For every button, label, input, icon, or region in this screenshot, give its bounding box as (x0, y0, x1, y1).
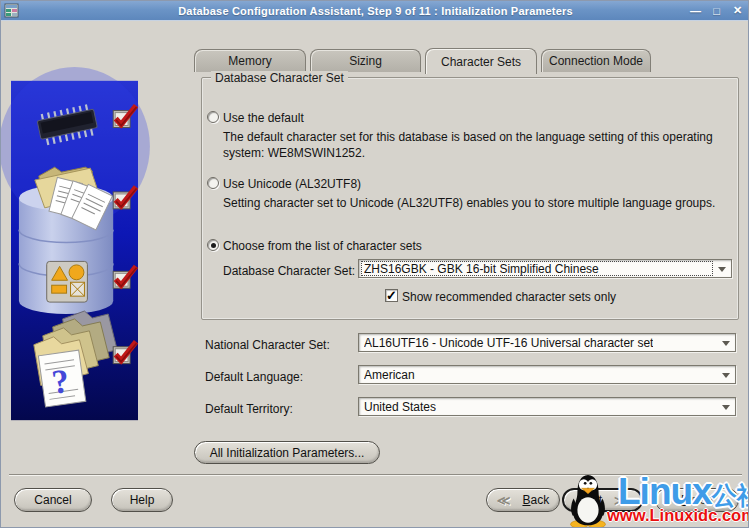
chevron-down-icon[interactable] (722, 373, 730, 378)
finish-button[interactable]: Finish (655, 488, 739, 512)
show-recommended-label[interactable]: Show recommended character sets only (402, 290, 616, 304)
show-recommended-checkbox[interactable]: ✓ (385, 289, 398, 302)
radio-choose-from-list-label[interactable]: Choose from the list of character sets (223, 239, 422, 253)
use-unicode-description: Setting character set to Unicode (AL32UT… (223, 195, 731, 211)
national-charset-value: AL16UTF16 - Unicode UTF-16 Universal cha… (364, 336, 653, 350)
back-button[interactable]: ≪ Back (486, 488, 560, 512)
radio-use-unicode[interactable] (207, 177, 219, 189)
group-title: Database Character Set (211, 71, 348, 85)
default-territory-dropdown[interactable]: United States (358, 397, 736, 416)
db-charset-value: ZHS16GBK - GBK 16-bit Simplified Chinese (364, 262, 599, 276)
default-language-value: American (364, 368, 415, 382)
chevron-down-icon[interactable] (722, 405, 730, 410)
tab-connection-mode[interactable]: Connection Mode (541, 49, 651, 72)
titlebar: Database Configuration Assistant, Step 9… (1, 1, 749, 21)
maximize-icon[interactable]: □ (709, 3, 724, 18)
shapes-panel-icon (47, 261, 88, 302)
default-language-dropdown[interactable]: American (358, 365, 736, 384)
default-territory-label: Default Territory: (205, 402, 293, 416)
radio-use-unicode-label[interactable]: Use Unicode (AL32UTF8) (223, 177, 361, 191)
double-chevron-right-icon: ≫ (614, 493, 628, 508)
national-charset-label: National Character Set: (205, 338, 330, 352)
minimize-icon[interactable]: — (688, 3, 703, 18)
radio-use-default-label[interactable]: Use the default (223, 111, 304, 125)
dbca-window: Database Configuration Assistant, Step 9… (0, 0, 749, 528)
chevron-down-icon[interactable] (722, 341, 730, 346)
window-title: Database Configuration Assistant, Step 9… (1, 5, 749, 17)
cancel-button[interactable]: Cancel (14, 488, 92, 512)
all-initialization-parameters-button[interactable]: All Initialization Parameters... (194, 441, 380, 464)
window-controls: — □ ✕ (688, 3, 745, 18)
db-charset-dropdown[interactable]: ZHS16GBK - GBK 16-bit Simplified Chinese (358, 259, 732, 278)
db-charset-label: Database Character Set: (223, 264, 355, 278)
national-charset-dropdown[interactable]: AL16UTF16 - Unicode UTF-16 Universal cha… (358, 333, 736, 352)
radio-choose-from-list[interactable] (207, 239, 219, 251)
double-chevron-left-icon: ≪ (497, 493, 511, 508)
footer-separator (9, 474, 742, 476)
use-default-description: The default character set for this datab… (223, 129, 731, 161)
default-language-label: Default Language: (205, 370, 303, 384)
chevron-down-icon[interactable] (718, 267, 726, 272)
application-icon (4, 3, 20, 19)
help-button[interactable]: Help (111, 488, 173, 512)
close-icon[interactable]: ✕ (730, 3, 745, 18)
wizard-sidebar-graphic: ? (11, 80, 138, 421)
default-territory-value: United States (364, 400, 436, 414)
tab-character-sets[interactable]: Character Sets (425, 48, 537, 74)
radio-use-default[interactable] (207, 111, 219, 123)
next-button[interactable]: Next ≫ (562, 488, 643, 512)
tab-memory[interactable]: Memory (194, 49, 306, 72)
tab-sizing[interactable]: Sizing (310, 49, 421, 72)
